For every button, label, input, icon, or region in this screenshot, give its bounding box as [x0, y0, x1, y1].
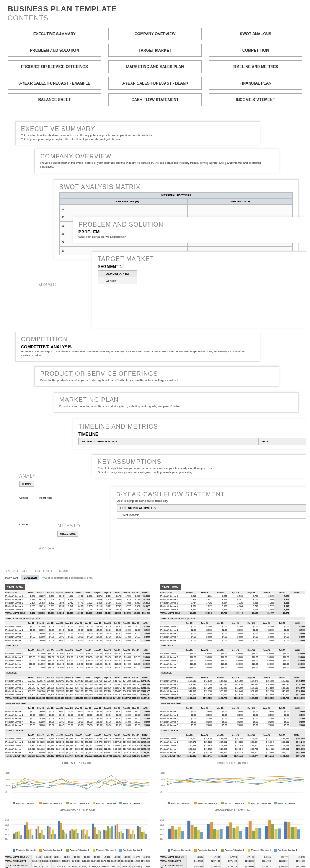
svg-rect-126	[69, 831, 71, 839]
svg-rect-133	[15, 832, 16, 839]
toc-item[interactable]: BALANCE SHEET	[8, 93, 101, 106]
compe-peek-1: COMPE	[19, 481, 34, 487]
toc-item[interactable]: PROBLEM AND SOLUTION	[8, 44, 101, 57]
svg-rect-178	[122, 833, 124, 839]
svg-rect-127	[81, 830, 82, 839]
card-title: SWOT ANALYSIS MATRIX	[59, 184, 293, 191]
svg-text:2,000: 2,000	[6, 785, 11, 787]
price-header: UNIT PRICE	[160, 644, 305, 648]
card-title: 3-YEAR CASH FLOW STATEMENT	[117, 491, 306, 498]
svg-rect-201	[229, 823, 232, 839]
svg-point-50	[86, 782, 87, 783]
toc-item[interactable]: TIMELINE AND METRICS	[209, 60, 302, 73]
target-table: DEMOGRAPHIC Gender	[98, 270, 137, 284]
gross-profit-y1-chart: GROSS PROFIT YEAR ONE $40k$30k$20k$10k$0…	[5, 808, 150, 851]
card-company-overview: COMPANY OVERVIEW Provide a description o…	[34, 149, 279, 173]
toc-item[interactable]: CASH FLOW STATEMENT	[108, 93, 202, 106]
svg-point-45	[24, 780, 25, 781]
svg-rect-194	[226, 827, 229, 839]
toc-item[interactable]: 3-YEAR SALES FORECAST - EXAMPLE	[8, 77, 101, 90]
svg-point-52	[111, 780, 111, 781]
svg-rect-199	[191, 825, 194, 839]
svg-rect-156	[141, 832, 143, 839]
activity-header: ACTIVITY DESCRIPTION GOAL	[78, 438, 306, 445]
svg-rect-128	[92, 824, 94, 839]
svg-rect-140	[94, 827, 96, 839]
svg-rect-132	[137, 826, 139, 839]
svg-point-56	[12, 787, 13, 788]
svg-point-44	[12, 783, 13, 784]
toc-item[interactable]: 3-YEAR SALES FORECAST - BLANK	[108, 77, 202, 90]
svg-rect-149	[62, 830, 64, 839]
svg-rect-158	[30, 829, 31, 839]
svg-rect-192	[187, 821, 190, 839]
toc-item[interactable]: TARGET MARKET	[108, 44, 202, 57]
start-date-label: START DATE	[5, 577, 18, 579]
calc-table: Jan-26Feb-26Mar-26Apr-26May-26Jun-26Jul-…	[160, 675, 305, 700]
svg-rect-122	[24, 825, 26, 839]
cashflow-table: OPERATING ACTIVITIESYYYY Net Income$ -	[117, 504, 306, 519]
svg-point-96	[303, 780, 303, 781]
toc-item[interactable]: SWOT ANALYSIS	[209, 28, 302, 40]
svg-rect-135	[38, 826, 39, 839]
const-table: Jan-25Feb-25Mar-25Apr-25May-25Jun-25Jul-…	[5, 706, 150, 727]
svg-point-54	[135, 782, 136, 783]
svg-rect-224	[278, 829, 281, 839]
toc-item[interactable]: EXECUTIVE SUMMARY	[8, 28, 101, 40]
card-text: What pain points are we addressing?	[78, 235, 306, 239]
svg-point-31	[148, 782, 148, 783]
card-competition: COMPETITION COMPETITIVE ANALYSIS Provide…	[15, 332, 260, 362]
card-title: PROBLEM AND SOLUTION	[78, 221, 306, 228]
const-table: Jan-25Feb-25Mar-25Apr-25May-25Jun-25Jul-…	[5, 648, 150, 669]
svg-rect-212	[178, 827, 181, 839]
svg-point-47	[49, 782, 50, 782]
page-title: BUSINESS PLAN TEMPLATE	[8, 5, 302, 13]
card-subtitle: TIMELINE	[78, 432, 306, 436]
toc-item[interactable]: COMPETITION	[209, 44, 302, 57]
svg-text:0: 0	[161, 791, 162, 793]
svg-rect-137	[60, 823, 62, 839]
svg-rect-131	[126, 829, 127, 839]
margin-header: MARGIN PER UNIT	[5, 702, 150, 705]
svg-point-78	[212, 781, 213, 782]
toc-item[interactable]: INCOME STATEMENT	[209, 93, 302, 106]
toc-item[interactable]: PRODUCT OR SERVICE OFFERINGS	[8, 60, 101, 73]
svg-point-84	[189, 780, 190, 781]
svg-point-32	[12, 785, 13, 785]
toc-item[interactable]: MARKETING AND SALES PLAN	[108, 60, 202, 73]
svg-rect-124	[47, 826, 48, 839]
svg-rect-191	[168, 829, 171, 839]
svg-rect-179	[134, 834, 135, 839]
contents-grid: EXECUTIVE SUMMARY COMPANY OVERVIEW SWOT …	[0, 24, 310, 117]
card-product-offerings: PRODUCT OR SERVICE OFFERINGS Describe th…	[34, 366, 279, 387]
card-timeline: TIMELINE AND METRICS TIMELINE ACTIVITY D…	[73, 419, 306, 449]
toc-item[interactable]: FINANCIAL PLAN	[209, 77, 302, 90]
svg-point-81	[280, 782, 281, 783]
svg-point-108	[258, 777, 258, 778]
activity-desc-header: ACTIVITY DESCRIPTION	[78, 438, 258, 445]
calc-table: Jan-26Feb-26Mar-26Apr-26May-26Jun-26Jul-…	[160, 733, 305, 758]
swot-importance-header: IMPORTANCE	[187, 199, 292, 205]
svg-point-61	[74, 784, 75, 785]
goal-header: GOAL	[258, 438, 306, 445]
svg-rect-214	[216, 830, 219, 839]
svg-point-80	[258, 783, 258, 784]
units-sold-y2-chart: UNITS SOLD YEAR TWO 6,0004,0002,0000 Pro…	[160, 762, 305, 804]
toc-item[interactable]: COMPANY OVERVIEW	[108, 28, 202, 40]
svg-point-29	[123, 780, 124, 780]
year1-label: YEAR ONE	[5, 584, 25, 590]
svg-point-65	[123, 784, 124, 785]
calc-table: Jan-25Feb-25Mar-25Apr-25May-25Jun-25Jul-…	[5, 675, 150, 700]
svg-rect-138	[71, 829, 73, 839]
card-title: COMPETITION	[21, 336, 255, 343]
svg-rect-177	[111, 827, 113, 839]
svg-rect-155	[130, 834, 131, 839]
svg-rect-146	[28, 830, 29, 839]
svg-point-57	[24, 786, 25, 787]
svg-point-49	[74, 781, 75, 782]
svg-rect-154	[119, 832, 120, 839]
svg-point-30	[135, 784, 136, 785]
svg-rect-142	[117, 824, 118, 839]
svg-point-100	[235, 778, 236, 778]
target-gender: Gender	[98, 277, 137, 284]
